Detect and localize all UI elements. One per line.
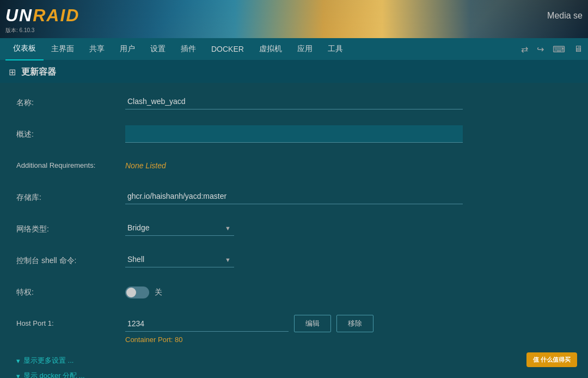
toggle-knob — [126, 288, 136, 297]
name-row: 名称: — [16, 94, 572, 113]
watermark: 值 什么值得买 — [526, 352, 577, 367]
privileged-label: 特权: — [16, 283, 125, 297]
show-docker-link[interactable]: ▾ 显示 docker 分配 ... — [16, 371, 572, 378]
chevron-down-icon: ▾ — [16, 357, 20, 365]
exit-icon[interactable]: ↪ — [537, 44, 544, 54]
edit-button[interactable]: 编辑 — [294, 315, 331, 332]
shell-row: 控制台 shell 命令: Shell bash sh ▼ — [16, 252, 572, 271]
repository-value-wrapper — [125, 188, 463, 204]
monitor-icon[interactable]: 🖥 — [574, 44, 583, 54]
sync-icon[interactable]: ⇄ — [521, 44, 528, 54]
port-input-row: 编辑 移除 — [125, 315, 463, 332]
toggle-wrapper: 关 — [125, 283, 463, 298]
privileged-row: 特权: 关 — [16, 283, 572, 303]
logo: UNRAID 版本: 6.10.3 — [5, 5, 79, 34]
section-header: ⊞ 更新容器 — [0, 61, 588, 83]
privileged-toggle[interactable] — [125, 286, 149, 298]
network-select-wrapper: Bridge host none ▼ — [125, 220, 234, 236]
network-value-wrapper: Bridge host none ▼ — [125, 220, 463, 236]
navbar: 仪表板 主界面 共享 用户 设置 插件 DOCKER 虚拟机 应用 工具 ⇄ ↪… — [0, 38, 588, 61]
name-value-wrapper — [125, 94, 463, 109]
show-docker-text: 显示 docker 分配 ... — [23, 371, 85, 378]
none-listed: None Listed — [125, 157, 463, 170]
privileged-off-label: 关 — [155, 288, 162, 297]
repository-row: 存储库: — [16, 188, 572, 208]
nav-plugins[interactable]: 插件 — [173, 38, 204, 60]
network-row: 网络类型: Bridge host none ▼ — [16, 220, 572, 240]
grid-icon: ⊞ — [9, 67, 16, 77]
additional-label: Additional Requirements: — [16, 157, 125, 169]
repository-input[interactable] — [125, 188, 463, 204]
nav-share[interactable]: 共享 — [82, 38, 112, 60]
container-port-label: Container Port: 80 — [125, 336, 463, 344]
privileged-value-wrapper: 关 — [125, 283, 463, 298]
shell-label: 控制台 shell 命令: — [16, 252, 125, 266]
shell-select-wrapper: Shell bash sh ▼ — [125, 252, 234, 267]
name-label: 名称: — [16, 94, 125, 108]
description-input[interactable] — [125, 125, 463, 143]
nav-main[interactable]: 主界面 — [44, 38, 82, 60]
host-port-value-wrapper: 编辑 移除 Container Port: 80 — [125, 315, 463, 344]
nav-settings[interactable]: 设置 — [143, 38, 173, 60]
nav-user[interactable]: 用户 — [112, 38, 143, 60]
description-label: 概述: — [16, 125, 125, 139]
network-label: 网络类型: — [16, 220, 125, 234]
shell-select[interactable]: Shell bash sh — [125, 252, 234, 267]
logo-text: UNRAID — [5, 5, 79, 26]
show-more-text: 显示更多设置 ... — [23, 356, 74, 365]
description-row: 概述: — [16, 125, 572, 145]
header-banner: UNRAID 版本: 6.10.3 Media se — [0, 0, 588, 38]
remove-button[interactable]: 移除 — [336, 315, 373, 332]
nav-dashboard[interactable]: 仪表板 — [5, 38, 44, 60]
name-input[interactable] — [125, 94, 463, 109]
host-port-row: Host Port 1: 编辑 移除 Container Port: 80 — [16, 315, 572, 344]
terminal-icon[interactable]: ⌨ — [553, 44, 565, 54]
logo-un: UN — [5, 5, 33, 25]
nav-right-icons: ⇄ ↪ ⌨ 🖥 — [521, 44, 583, 54]
host-port-label: Host Port 1: — [16, 315, 125, 327]
description-value-wrapper — [125, 125, 463, 143]
additional-row: Additional Requirements: None Listed — [16, 157, 572, 176]
shell-value-wrapper: Shell bash sh ▼ — [125, 252, 463, 267]
show-more-link[interactable]: ▾ 显示更多设置 ... — [16, 356, 572, 365]
media-label: Media se — [547, 11, 583, 21]
additional-value-wrapper: None Listed — [125, 157, 463, 170]
network-select[interactable]: Bridge host none — [125, 220, 234, 236]
host-port-input[interactable] — [125, 316, 289, 332]
logo-raid: RAID — [33, 5, 79, 25]
main-content: 名称: 概述: Additional Requirements: None Li… — [0, 83, 588, 378]
nav-tools[interactable]: 工具 — [320, 38, 351, 60]
chevron-down-docker-icon: ▾ — [16, 372, 20, 379]
section-title: 更新容器 — [21, 66, 56, 78]
version-text: 版本: 6.10.3 — [5, 27, 79, 34]
nav-docker[interactable]: DOCKER — [204, 38, 252, 60]
repository-label: 存储库: — [16, 188, 125, 203]
bottom-links: ▾ 显示更多设置 ... ▾ 显示 docker 分配 ... ✚ 添加另一个路… — [16, 356, 572, 378]
nav-vm[interactable]: 虚拟机 — [252, 38, 290, 60]
nav-apps[interactable]: 应用 — [290, 38, 320, 60]
